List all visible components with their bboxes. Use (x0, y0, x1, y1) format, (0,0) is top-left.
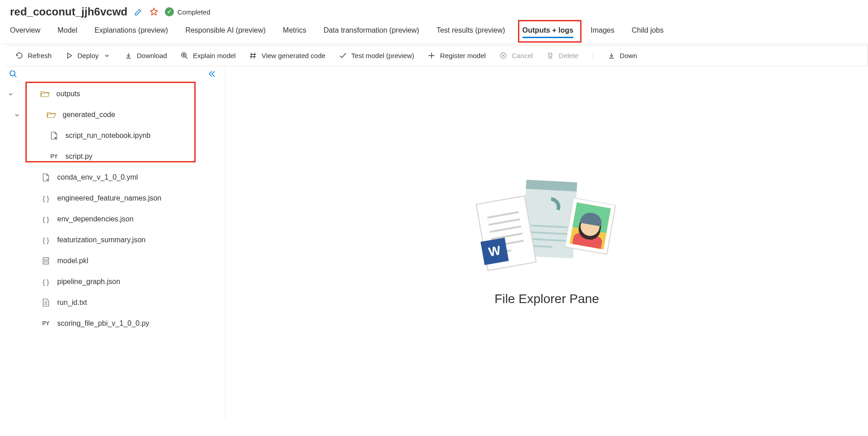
tree-label: outputs (56, 90, 80, 98)
deploy-button[interactable]: Deploy (65, 52, 111, 59)
cancel-button: Cancel (499, 52, 533, 59)
python-file-icon: PY (49, 153, 59, 160)
favorite-star-icon[interactable] (149, 7, 158, 16)
delete-button: Delete (547, 52, 578, 59)
status-text: Completed (178, 8, 211, 16)
tree-label: featurization_summary.json (57, 236, 145, 244)
svg-point-4 (47, 179, 48, 181)
status-badge: ✓ Completed (165, 7, 211, 16)
search-button[interactable] (9, 70, 17, 78)
plus-icon (428, 52, 435, 59)
tree-label: generated_code (63, 111, 115, 119)
tree-label: model.pkl (57, 257, 88, 265)
tree-file[interactable]: PY scoring_file_pbi_v_1_0_0.py (0, 313, 225, 334)
trash-icon (547, 52, 554, 59)
tree-file[interactable]: PY script.py (0, 146, 225, 167)
tree-label: engineered_feature_names.json (57, 194, 162, 202)
chevron-down-icon (15, 113, 21, 118)
page-title: red_coconut_jjh6vcwd (10, 5, 128, 18)
cancel-icon (499, 52, 507, 59)
tab-model[interactable]: Model (58, 26, 78, 37)
test-model-button[interactable]: Test model (preview) (339, 52, 414, 59)
file-tree[interactable]: outputs generated_code script_run_notebo… (0, 82, 225, 421)
download-button[interactable]: Download (124, 52, 167, 59)
register-model-button[interactable]: Register model (428, 52, 486, 59)
json-file-icon: { } (41, 195, 51, 202)
tree-folder-outputs[interactable]: outputs (0, 83, 225, 104)
tree-label: env_dependencies.json (57, 215, 133, 223)
tab-test-results[interactable]: Test results (preview) (436, 26, 505, 37)
chevron-down-icon (103, 52, 111, 59)
check-circle-icon: ✓ (165, 7, 174, 16)
tree-file[interactable]: { } pipeline_graph.json (0, 271, 225, 292)
toolbar: Refresh Deploy Download Explain model Vi… (5, 45, 868, 66)
tab-data-transformation[interactable]: Data transformation (preview) (324, 26, 419, 37)
explain-model-button[interactable]: Explain model (181, 52, 236, 59)
folder-open-icon (46, 111, 56, 118)
json-file-icon: { } (41, 236, 51, 244)
play-icon (65, 52, 73, 59)
tab-responsible-ai[interactable]: Responsible AI (preview) (185, 26, 266, 37)
tab-explanations[interactable]: Explanations (preview) (94, 26, 168, 37)
page-header: red_coconut_jjh6vcwd ✓ Completed (0, 0, 868, 26)
notebook-file-icon (49, 132, 59, 140)
tree-file[interactable]: model.pkl (0, 250, 225, 271)
tree-file[interactable]: conda_env_v_1_0_0.yml (0, 167, 225, 188)
folder-open-icon (40, 90, 50, 98)
word-icon: W (480, 237, 508, 265)
text-file-icon (41, 299, 51, 307)
empty-state-title: File Explorer Pane (494, 292, 599, 306)
tree-label: scoring_file_pbi_v_1_0_0.py (57, 319, 149, 328)
tab-bar: Overview Model Explanations (preview) Re… (0, 26, 868, 44)
view-generated-code-button[interactable]: View generated code (249, 52, 326, 59)
tree-label: script_run_notebook.ipynb (65, 132, 151, 140)
svg-point-3 (54, 137, 56, 139)
tree-label: conda_env_v_1_0_0.yml (57, 173, 138, 181)
tree-file[interactable]: { } engineered_feature_names.json (0, 188, 225, 209)
tab-images[interactable]: Images (591, 26, 614, 37)
json-file-icon: { } (41, 216, 51, 223)
zoom-plus-icon (181, 52, 188, 59)
binary-file-icon (41, 257, 51, 265)
refresh-button[interactable]: Refresh (15, 52, 52, 59)
tab-outputs-logs[interactable]: Outputs + logs (523, 26, 573, 38)
tree-label: pipeline_graph.json (57, 278, 120, 286)
edit-icon[interactable] (134, 7, 143, 16)
svg-point-2 (10, 71, 15, 76)
tab-overview[interactable]: Overview (10, 26, 40, 37)
chevron-down-icon (8, 92, 15, 97)
tree-label: run_id.txt (57, 299, 87, 307)
file-tree-sidebar: outputs generated_code script_run_notebo… (0, 66, 226, 421)
tab-child-jobs[interactable]: Child jobs (631, 26, 663, 37)
chevron-double-left-icon (208, 70, 216, 78)
hash-icon (249, 52, 257, 59)
json-file-icon: { } (41, 278, 51, 286)
refresh-icon (15, 52, 23, 59)
python-file-icon: PY (41, 320, 51, 327)
tree-folder-generated-code[interactable]: generated_code (0, 104, 225, 125)
tree-file[interactable]: { } featurization_summary.json (0, 230, 225, 250)
search-icon (9, 70, 17, 78)
file-icon (41, 173, 51, 181)
collapse-sidebar-button[interactable] (208, 70, 216, 78)
tree-label: script.py (65, 152, 93, 161)
tree-file[interactable]: run_id.txt (0, 292, 225, 313)
checkmark-icon (339, 52, 347, 59)
tree-file[interactable]: { } env_dependencies.json (0, 209, 225, 230)
content-pane: W File Explorer Pane (226, 66, 868, 421)
download-all-button[interactable]: Down (607, 52, 637, 59)
tree-file[interactable]: script_run_notebook.ipynb (0, 125, 225, 146)
download-icon (607, 52, 615, 59)
download-icon (124, 52, 132, 59)
empty-state-illustration: W (479, 181, 615, 276)
tab-metrics[interactable]: Metrics (283, 26, 306, 37)
